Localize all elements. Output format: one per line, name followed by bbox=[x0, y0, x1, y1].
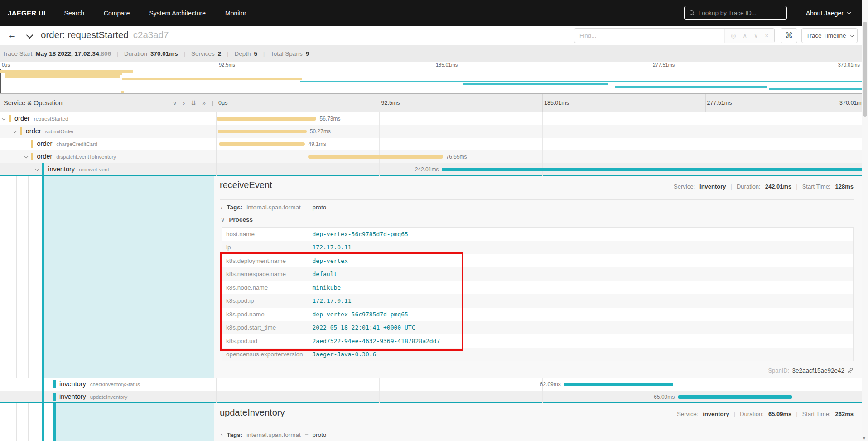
tags-row[interactable]: › Tags: internal.span.format = proto bbox=[221, 431, 326, 438]
service-label: Service: bbox=[677, 411, 698, 417]
tree-cell[interactable]: orderrequestStarted bbox=[0, 112, 217, 125]
duration-value: 65.09ms bbox=[768, 411, 791, 417]
start-time-value: 262ms bbox=[835, 411, 854, 417]
minimap-span-bar bbox=[5, 75, 120, 78]
find-group: ◎ ∧ ∨ × bbox=[574, 28, 775, 43]
trace-minimap[interactable] bbox=[0, 69, 868, 94]
collapse-all-icon[interactable]: ⇊ bbox=[191, 99, 196, 107]
trace-id-lookup-input[interactable]: Lookup by Trace ID... bbox=[684, 6, 787, 20]
nav-item-monitor[interactable]: Monitor bbox=[225, 10, 246, 17]
timeline-cell[interactable]: 76.55ms bbox=[217, 150, 868, 163]
timeline-cell[interactable]: 65.09ms bbox=[217, 391, 868, 403]
timeline-cell[interactable]: 56.73ms bbox=[217, 112, 868, 125]
timeline-cell[interactable]: 62.09ms bbox=[217, 378, 868, 391]
tree-cell[interactable]: inventoryreceiveEvent bbox=[0, 163, 217, 176]
tree-cell[interactable]: ordersubmitOrder bbox=[0, 125, 217, 138]
services-label: Services bbox=[191, 50, 215, 57]
scrollbar-thumb[interactable] bbox=[863, 22, 867, 117]
span-duration-bar[interactable] bbox=[564, 383, 673, 386]
process-key: host.name bbox=[222, 228, 308, 241]
scrollbar-down-arrow[interactable]: ▾ bbox=[863, 436, 865, 441]
minimap-left-scrub-handle[interactable] bbox=[0, 69, 1, 93]
service-color-accent bbox=[53, 380, 56, 388]
span-row-checkInventoryStatus[interactable]: inventorycheckInventoryStatus62.09ms bbox=[0, 378, 868, 391]
start-time-label: Start Time: bbox=[802, 411, 831, 417]
span-row-submitOrder[interactable]: ordersubmitOrder50.27ms bbox=[0, 125, 868, 138]
total-spans-value: 9 bbox=[306, 50, 309, 57]
span-id-row: SpanID: 3e2aacf15ae92e42 bbox=[768, 367, 854, 374]
tree-cell[interactable]: inventoryupdateInventory bbox=[0, 391, 217, 403]
start-time-value: 128ms bbox=[835, 183, 854, 190]
duration-label: Duration: bbox=[740, 411, 764, 417]
chevron-right-icon: › bbox=[221, 204, 222, 211]
next-match-icon[interactable]: ∨ bbox=[754, 32, 758, 39]
tag-value: proto bbox=[313, 431, 327, 438]
focus-match-icon[interactable]: ◎ bbox=[731, 32, 736, 39]
expand-all-icon[interactable]: » bbox=[202, 99, 206, 107]
service-name: inventoryreceiveEvent bbox=[48, 165, 109, 173]
about-jaeger-menu[interactable]: About Jaeger bbox=[806, 10, 850, 17]
span-row-receiveEvent[interactable]: inventoryreceiveEvent242.01ms bbox=[0, 163, 868, 176]
duration-value: 370.01ms bbox=[150, 50, 178, 57]
span-indent-fill bbox=[44, 176, 214, 378]
tags-row[interactable]: › Tags: internal.span.format = proto bbox=[221, 204, 326, 211]
trace-view-selector[interactable]: Trace Timeline bbox=[801, 28, 858, 43]
process-section-toggle[interactable]: ∨ Process bbox=[221, 216, 253, 223]
span-row-updateInventory[interactable]: inventoryupdateInventory65.09ms bbox=[0, 391, 868, 403]
trace-start-ms: .806 bbox=[99, 50, 111, 57]
span-detail-update-inventory: updateInventory Service:inventory | Dura… bbox=[0, 403, 868, 441]
nav-item-system-architecture[interactable]: System Architecture bbox=[149, 10, 206, 17]
span-duration-bar[interactable] bbox=[219, 142, 305, 146]
span-row-requestStarted[interactable]: orderrequestStarted56.73ms bbox=[0, 112, 868, 125]
column-resizer-grip[interactable] bbox=[211, 101, 213, 106]
span-duration-bar[interactable] bbox=[218, 130, 306, 133]
chevron-down-icon[interactable] bbox=[2, 116, 5, 120]
minimap-span-bar bbox=[0, 70, 133, 73]
chevron-down-icon[interactable] bbox=[13, 129, 17, 133]
tag-key: internal.span.format bbox=[246, 204, 300, 211]
depth-label: Depth bbox=[234, 50, 251, 57]
tree-cell[interactable]: orderdispatchEventToInventory bbox=[0, 150, 217, 163]
back-arrow-button[interactable]: ← bbox=[7, 29, 17, 40]
span-duration-bar[interactable] bbox=[217, 117, 316, 121]
tree-cell[interactable]: orderchargeCreditCard bbox=[0, 138, 217, 150]
operation-name: dispatchEventToInventory bbox=[56, 154, 116, 160]
find-input[interactable] bbox=[574, 32, 724, 39]
annotation-red-box bbox=[220, 252, 463, 351]
expand-one-icon[interactable]: › bbox=[183, 99, 185, 107]
span-row-chargeCreditCard[interactable]: orderchargeCreditCard49.1ms bbox=[0, 138, 868, 150]
span-detail-receive-event: receiveEvent Service:inventory | Duratio… bbox=[0, 176, 868, 378]
timeline-cell[interactable]: 49.1ms bbox=[217, 138, 868, 150]
chevron-right-icon: › bbox=[221, 431, 222, 438]
nav-right: Lookup by Trace ID... About Jaeger bbox=[684, 6, 850, 20]
nav-item-compare[interactable]: Compare bbox=[104, 10, 130, 17]
span-duration-bar[interactable] bbox=[308, 155, 443, 159]
start-time-label: Start Time: bbox=[802, 183, 831, 190]
chevron-down-icon[interactable] bbox=[24, 155, 28, 158]
prev-match-icon[interactable]: ∧ bbox=[743, 32, 747, 39]
span-duration-bar[interactable] bbox=[678, 395, 792, 399]
tree-cell[interactable]: inventorycheckInventoryStatus bbox=[0, 378, 217, 391]
app-logo[interactable]: JAEGER UI bbox=[8, 9, 46, 17]
link-icon[interactable] bbox=[847, 368, 854, 374]
duration-label: Duration bbox=[124, 50, 147, 57]
collapse-one-icon[interactable]: ∨ bbox=[173, 99, 177, 107]
tag-value: proto bbox=[313, 204, 327, 211]
span-duration-label: 76.55ms bbox=[446, 154, 467, 160]
nav-item-search[interactable]: Search bbox=[64, 10, 84, 17]
timeline-cell[interactable]: 50.27ms bbox=[217, 125, 868, 138]
span-duration-label: 242.01ms bbox=[415, 166, 439, 173]
chevron-down-icon[interactable] bbox=[35, 167, 39, 171]
keyboard-shortcuts-button[interactable]: ⌘ bbox=[781, 28, 797, 43]
timeline-cell[interactable]: 242.01ms bbox=[217, 163, 868, 176]
trace-collapse-chevron-icon[interactable] bbox=[26, 32, 34, 39]
span-rows-top: orderrequestStarted56.73msordersubmitOrd… bbox=[0, 112, 868, 176]
operation-name: submitOrder bbox=[45, 129, 74, 134]
span-row-dispatchEventToInventory[interactable]: orderdispatchEventToInventory76.55ms bbox=[0, 150, 868, 163]
page-scrollbar[interactable]: ▾ bbox=[862, 0, 868, 441]
span-duration-label: 65.09ms bbox=[654, 394, 675, 400]
tick-label: 0μs bbox=[2, 62, 10, 68]
span-duration-bar[interactable] bbox=[442, 168, 868, 171]
clear-find-icon[interactable]: × bbox=[765, 32, 768, 39]
trace-start-label: Trace Start bbox=[2, 50, 32, 57]
